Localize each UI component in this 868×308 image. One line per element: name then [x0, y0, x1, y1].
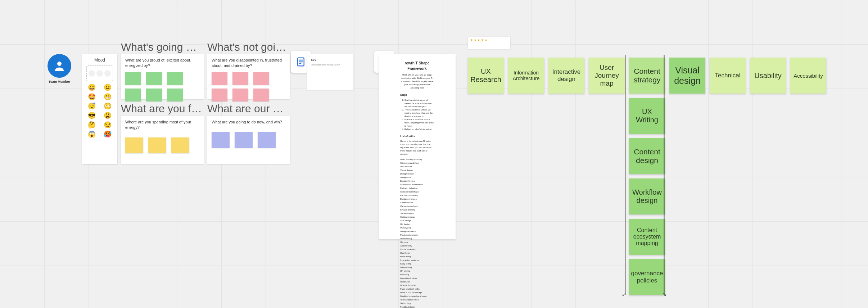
sticky-note[interactable] [125, 72, 141, 85]
framework-skill: Wireframing & flows [400, 162, 434, 165]
sticky-note[interactable] [258, 132, 276, 148]
tshape-sticky[interactable]: Accessibility [790, 58, 826, 94]
emoji-picker[interactable]: 😀😐🤩😬😴😳😎😩🤔😒😱🥵 [86, 84, 113, 137]
sticky-note[interactable] [212, 72, 227, 85]
sticky-note[interactable] [167, 89, 183, 101]
emoji-option[interactable]: 🤩 [88, 94, 96, 100]
mood-drop-zone[interactable] [86, 65, 113, 81]
framework-skill: User Journey Mapping [400, 158, 434, 161]
emoji-option[interactable]: 🤔 [88, 122, 96, 128]
framework-skill: Math acting [400, 255, 434, 258]
retro-card-next[interactable]: What are you going to do now, and win? [207, 116, 290, 164]
retro-heading-tr: What's not goin… [207, 41, 288, 53]
emoji-option[interactable]: 😱 [88, 131, 96, 137]
framework-step: Think about new values you want to build… [404, 108, 434, 118]
tshape-sticky[interactable]: UX Research [468, 58, 504, 94]
emoji-option[interactable]: 😳 [104, 103, 112, 109]
framework-intro: Think of it as you, one go deep, two top… [400, 73, 434, 90]
retro-prompt: Where are you spending most of your ener… [125, 119, 199, 130]
mood-title: Mood [82, 54, 117, 63]
tshape-sticky[interactable]: Interactive design [548, 58, 584, 94]
retro-prompt: What are you disappointed in, frustrated… [212, 58, 286, 68]
framework-skill: Front-end tech skills [400, 287, 434, 291]
tshape-sticky[interactable]: Visual design [669, 58, 705, 94]
framework-skill: Dev handoff [400, 165, 434, 168]
emoji-option[interactable]: 😎 [88, 112, 96, 119]
tshape-sticky[interactable]: governance policies [629, 259, 665, 295]
framework-skill: Animation/motion [400, 277, 434, 280]
emoji-option[interactable]: 😐 [104, 84, 112, 91]
retro-card-proud[interactable]: What are you proud of, excited about, en… [121, 54, 204, 99]
emoji-option[interactable]: 😬 [104, 94, 112, 100]
framework-skill: UX writing [400, 270, 434, 273]
framework-skill: Product alignment [400, 234, 434, 237]
stars-card[interactable]: ★★★★★ [468, 37, 510, 49]
framework-title: rowth T Shape Framework [400, 60, 434, 71]
sticky-note[interactable] [212, 89, 227, 101]
framework-step: Reflect on what's interesting [404, 128, 434, 131]
sticky-note[interactable] [171, 137, 189, 153]
tshape-sticky[interactable]: Content design [629, 138, 665, 174]
sticky-note[interactable] [148, 137, 166, 153]
framework-skill: Visual design [400, 169, 434, 172]
framework-step: Start by adding personal values, be sure… [404, 99, 434, 108]
framework-step: Practice & REVIEW with a team, anything … [404, 118, 434, 128]
emoji-option[interactable]: 😩 [104, 112, 112, 119]
tshape-sticky[interactable]: Technical [710, 58, 746, 94]
tshape-sticky[interactable]: Content strategy [629, 58, 665, 94]
selection-bar-right [664, 55, 665, 295]
retro-heading-tl: What's going w… [121, 41, 200, 53]
sticky-note[interactable] [125, 137, 143, 153]
framework-skill: Tech dependencies [400, 298, 434, 302]
retro-card-energy[interactable]: Where are you spending most of your ener… [121, 116, 204, 164]
framework-skill: User testing [400, 237, 434, 240]
framework-skill: System thinking [400, 208, 434, 212]
sticky-note[interactable] [125, 89, 141, 101]
sticky-note[interactable] [253, 72, 269, 85]
framework-skill: Ideation workshops [400, 190, 434, 194]
framework-steps-title: Steps [400, 93, 434, 97]
tshape-sticky[interactable]: Usability [750, 58, 786, 94]
emoji-option[interactable]: 🥵 [104, 131, 112, 137]
framework-skill: Survey design [400, 212, 434, 215]
snippet-doc[interactable]: se? to be worthwhile for our work? [307, 54, 353, 90]
retro-card-disappointed[interactable]: What are you disappointed in, frustrated… [207, 54, 290, 99]
framework-skill: Technology [400, 302, 434, 305]
emoji-option[interactable]: 😒 [104, 122, 112, 128]
tshape-sticky[interactable]: Content ecosystem mapping [629, 219, 665, 255]
tshape-sticky[interactable]: UX Writing [629, 98, 665, 134]
retro-heading-br: What are our n… [207, 103, 288, 115]
framework-skill: Working knowledge of code [400, 295, 434, 298]
svg-point-0 [57, 62, 62, 66]
framework-skill: Story telling [400, 262, 434, 266]
tshape-sticky[interactable]: User Journey map [589, 58, 625, 94]
framework-skill: Feedback loops [400, 305, 434, 308]
sticky-note[interactable] [235, 132, 253, 148]
framework-skill: Design system [400, 172, 434, 176]
sticky-note[interactable] [232, 89, 248, 101]
emoji-option[interactable]: 😴 [88, 103, 96, 109]
arrow-down-left-icon: ↙ [622, 291, 626, 297]
emoji-option[interactable]: 😀 [88, 84, 96, 91]
team-member-avatar[interactable]: Team Member [47, 54, 72, 83]
snippet-sub: to be worthwhile for our work? [311, 63, 349, 66]
framework-skill: Facilitation/training [400, 194, 434, 197]
framework-doc[interactable]: rowth T Shape Framework Think of it as y… [379, 54, 456, 239]
sticky-note[interactable] [146, 89, 162, 101]
framework-skill: Design research [400, 230, 434, 233]
retro-prompt: What are you proud of, excited about, en… [125, 58, 199, 68]
tshape-sticky[interactable]: Workflow design [629, 178, 665, 214]
sticky-note[interactable] [212, 132, 230, 148]
sticky-note[interactable] [232, 72, 248, 85]
tshape-sticky[interactable]: Information Architecture [508, 58, 544, 94]
framework-skill: Content creation [400, 248, 434, 251]
sticky-note[interactable] [146, 72, 162, 85]
snippet-title: se? [311, 58, 349, 62]
mood-panel[interactable]: Mood 😀😐🤩😬😴😳😎😩🤔😒😱🥵 [82, 54, 117, 164]
framework-skill: Career/workshops [400, 205, 434, 208]
sticky-note[interactable] [253, 89, 269, 101]
star-rating-icon: ★★★★★ [470, 38, 488, 42]
framework-skill: Branding [400, 273, 434, 276]
framework-skill: Gaming [400, 241, 434, 244]
sticky-note[interactable] [167, 72, 183, 85]
